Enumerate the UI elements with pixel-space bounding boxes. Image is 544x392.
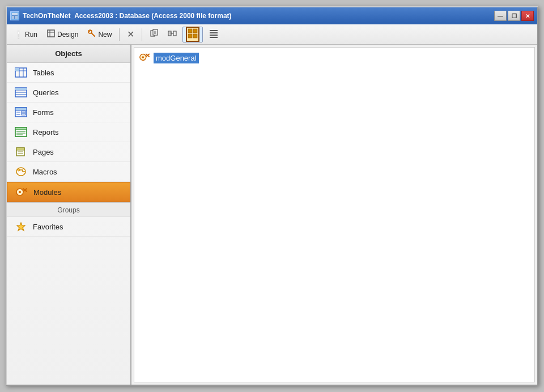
main-window: TechOnTheNet_Access2003 : Database (Acce… — [6, 6, 538, 386]
sidebar-item-modules[interactable]: Modules — [7, 182, 130, 202]
toolbar: ❕ Run Design — [7, 24, 537, 45]
title-bar-left: TechOnTheNet_Access2003 : Database (Acce… — [10, 11, 232, 20]
pages-label: Pages — [33, 148, 54, 156]
properties-icon — [150, 29, 159, 40]
minimize-button[interactable]: — — [494, 11, 507, 21]
content-area: modGeneral — [134, 47, 535, 382]
design-label: Design — [57, 31, 78, 39]
svg-rect-21 — [188, 29, 192, 33]
queries-label: Queries — [33, 88, 59, 97]
new-label: New — [98, 31, 112, 39]
smallicons-icon — [186, 27, 199, 42]
svg-rect-22 — [193, 29, 197, 33]
svg-rect-2 — [12, 16, 14, 19]
macros-label: Macros — [33, 168, 57, 176]
relationships-icon — [168, 29, 177, 40]
new-icon — [87, 29, 96, 40]
run-label: Run — [25, 31, 37, 39]
tables-icon — [15, 67, 27, 78]
run-button[interactable]: ❕ Run — [10, 27, 41, 42]
svg-point-64 — [142, 56, 144, 58]
main-area: Objects Tables — [7, 45, 537, 385]
toolbar-separator-1 — [119, 28, 120, 41]
sidebar-item-reports[interactable]: Reports — [7, 122, 130, 142]
module-item-icon — [139, 52, 150, 64]
svg-rect-3 — [15, 16, 18, 19]
svg-rect-40 — [15, 108, 27, 110]
favorites-icon — [15, 221, 27, 232]
favorites-label: Favorites — [33, 223, 63, 231]
module-item-modgeneral[interactable]: modGeneral — [154, 53, 199, 63]
module-item-label: modGeneral — [156, 54, 197, 62]
svg-rect-46 — [15, 127, 27, 130]
restore-button[interactable]: ❐ — [508, 11, 520, 21]
smallicons-button[interactable] — [182, 27, 203, 42]
title-bar: TechOnTheNet_Access2003 : Database (Acce… — [7, 7, 537, 24]
listview-button[interactable] — [205, 27, 222, 42]
app-icon — [10, 11, 19, 20]
content-row: modGeneral — [139, 52, 530, 64]
properties-button[interactable] — [146, 27, 162, 42]
window-title: TechOnTheNet_Access2003 : Database (Acce… — [23, 12, 232, 20]
svg-rect-1 — [12, 13, 18, 15]
macros-icon — [15, 167, 27, 177]
relationships-button[interactable] — [164, 27, 180, 42]
toolbar-separator-2 — [142, 28, 142, 41]
modules-icon — [15, 187, 28, 197]
forms-icon — [15, 107, 27, 117]
svg-marker-60 — [17, 223, 25, 231]
sidebar-header: Objects — [7, 45, 130, 63]
reports-label: Reports — [33, 128, 59, 137]
delete-icon: ✕ — [127, 29, 134, 40]
svg-rect-17 — [173, 31, 176, 36]
pages-icon — [15, 147, 27, 157]
svg-rect-38 — [15, 88, 27, 90]
groups-header: Groups — [7, 202, 130, 217]
svg-line-8 — [91, 33, 95, 36]
svg-point-59 — [19, 191, 21, 193]
design-icon — [46, 29, 56, 40]
svg-rect-24 — [193, 34, 197, 38]
close-button[interactable]: ✕ — [521, 11, 534, 21]
title-buttons: — ❐ ✕ — [494, 11, 534, 21]
reports-icon — [15, 127, 27, 137]
svg-rect-16 — [168, 31, 171, 36]
tables-label: Tables — [33, 69, 54, 77]
sidebar: Objects Tables — [7, 45, 131, 385]
sidebar-item-macros[interactable]: Macros — [7, 162, 130, 182]
sidebar-item-queries[interactable]: Queries — [7, 83, 130, 103]
svg-rect-23 — [188, 34, 192, 38]
svg-rect-4 — [48, 30, 54, 37]
forms-label: Forms — [33, 108, 54, 117]
run-icon: ❕ — [14, 30, 23, 39]
sidebar-item-pages[interactable]: Pages — [7, 142, 130, 162]
delete-button[interactable]: ✕ — [124, 27, 138, 42]
listview-icon — [209, 28, 219, 40]
new-button[interactable]: New — [84, 27, 115, 42]
sidebar-item-forms[interactable]: Forms — [7, 103, 130, 122]
queries-icon — [15, 87, 27, 97]
sidebar-item-tables[interactable]: Tables — [7, 63, 130, 83]
svg-rect-51 — [16, 148, 24, 150]
svg-point-55 — [18, 169, 20, 171]
sidebar-item-favorites[interactable]: Favorites — [7, 217, 130, 237]
design-button[interactable]: Design — [43, 27, 82, 42]
modules-label: Modules — [33, 188, 61, 197]
svg-rect-33 — [15, 68, 19, 71]
